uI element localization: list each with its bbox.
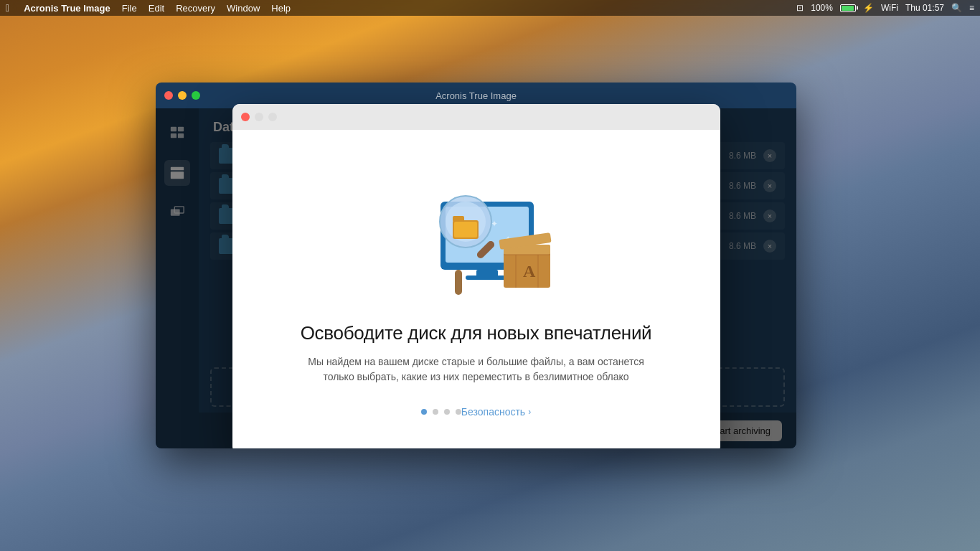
clock: Thu 01:57 <box>905 3 944 13</box>
pagination-dot-3[interactable] <box>444 409 450 415</box>
file-menu[interactable]: File <box>122 3 137 14</box>
app-window: Acronis True Image <box>156 83 796 448</box>
pagination-dot-2[interactable] <box>433 409 438 415</box>
security-link[interactable]: Безопасность › <box>461 406 531 418</box>
security-link-text: Безопасность <box>461 406 525 418</box>
pagination-dot-1[interactable] <box>421 409 427 415</box>
modal-controls <box>241 113 277 121</box>
edit-menu[interactable]: Edit <box>149 3 164 14</box>
desktop:  Acronis True Image File Edit Recovery … <box>0 0 980 551</box>
archive-illustration: ✦ ✦ ✦ <box>383 159 570 302</box>
modal-close-button[interactable] <box>241 113 250 121</box>
modal-maximize-button[interactable] <box>268 113 277 121</box>
window-maximize-button[interactable] <box>192 91 200 100</box>
modal-footer: Безопасность › <box>410 406 542 432</box>
screen-icon: ⊡ <box>796 3 804 13</box>
modal-titlebar <box>232 104 720 130</box>
modal-dialog: ✦ ✦ ✦ <box>232 104 720 449</box>
help-menu[interactable]: Help <box>271 3 291 14</box>
svg-rect-15 <box>466 276 509 280</box>
window-minimize-button[interactable] <box>178 91 187 100</box>
battery-percentage: 100% <box>811 3 833 13</box>
pagination-dot-4[interactable] <box>456 409 461 415</box>
window-menu[interactable]: Window <box>227 3 260 14</box>
charging-icon: ⚡ <box>863 3 874 13</box>
list-icon[interactable]: ≡ <box>969 3 974 13</box>
modal-subtitle: Мы найдем на вашем диске старые и больши… <box>297 354 656 385</box>
modal-overlay: ✦ ✦ ✦ <box>156 108 796 448</box>
search-icon[interactable]: 🔍 <box>951 3 962 13</box>
apple-menu[interactable]:  <box>6 2 9 14</box>
chevron-right-icon: › <box>528 407 531 417</box>
modal-title: Освободите диск для новых впечатлений <box>301 322 652 344</box>
archive-svg: ✦ ✦ ✦ <box>383 159 570 302</box>
svg-rect-20 <box>454 222 477 237</box>
modal-body: ✦ ✦ ✦ <box>232 130 720 449</box>
svg-rect-29 <box>455 270 462 295</box>
modal-minimize-button[interactable] <box>255 113 263 121</box>
svg-text:A: A <box>523 262 536 281</box>
window-title: Acronis True Image <box>435 90 517 101</box>
battery-icon <box>840 4 856 12</box>
wifi-icon: WiFi <box>881 3 898 13</box>
window-close-button[interactable] <box>164 91 173 100</box>
pagination-dots <box>421 409 461 415</box>
window-controls <box>164 91 200 100</box>
svg-rect-19 <box>453 216 464 222</box>
recovery-menu[interactable]: Recovery <box>176 3 215 14</box>
app-name-menu[interactable]: Acronis True Image <box>24 3 110 14</box>
menubar:  Acronis True Image File Edit Recovery … <box>0 0 980 16</box>
